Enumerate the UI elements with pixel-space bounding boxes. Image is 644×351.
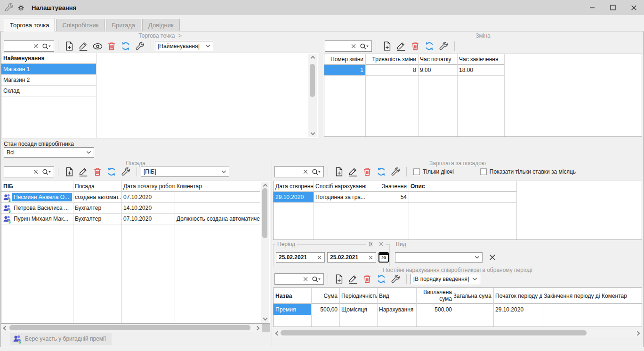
column-header[interactable]: Дата початку роботи	[121, 181, 175, 191]
search-icon[interactable]	[360, 43, 369, 50]
add-record-button[interactable]	[62, 40, 76, 52]
search-icon[interactable]	[312, 168, 321, 176]
scroll-thumb[interactable]	[9, 325, 250, 330]
column-header[interactable]: Найменування	[1, 53, 96, 64]
scroll-thumb[interactable]	[281, 330, 587, 335]
column-header[interactable]: Посада	[73, 181, 121, 191]
minimize-button[interactable]	[582, 0, 603, 15]
tab-dovidnyk[interactable]: Довідник	[142, 19, 180, 31]
table-row[interactable]: 29.10.2020 Погодинна за гра... 54	[274, 192, 516, 203]
scroll-right-button[interactable]	[635, 329, 642, 337]
edit-record-button[interactable]	[394, 40, 408, 52]
accruals-sort-select[interactable]: [В порядку введення]	[411, 274, 480, 284]
column-header[interactable]: Виплачена сума	[416, 288, 454, 303]
state-filter-select[interactable]: Всі	[4, 147, 94, 158]
view-record-button[interactable]	[90, 40, 105, 52]
edit-record-button[interactable]	[76, 40, 90, 52]
column-header[interactable]: Назва	[274, 288, 311, 303]
vyd-clear-button[interactable]	[487, 252, 498, 263]
clear-x-icon[interactable]	[33, 169, 39, 175]
column-header[interactable]: Тривалість зміни	[365, 54, 418, 64]
column-header[interactable]: Загальна сума	[454, 288, 493, 303]
table-row[interactable]: 1 8 9:00 18:00	[324, 65, 504, 76]
trade-filter-select[interactable]: [Найменування]	[155, 41, 213, 51]
period-settings-gear-icon[interactable]	[368, 241, 374, 247]
search-icon[interactable]	[42, 168, 51, 176]
tab-spivrobitnyk[interactable]: Співробітник	[56, 19, 105, 31]
table-row[interactable]: Петрова Василиса ... Бухгалтер 14.10.202…	[1, 203, 260, 214]
scroll-left-button[interactable]	[1, 324, 8, 332]
refresh-button[interactable]	[422, 40, 436, 52]
scroll-up-button[interactable]	[309, 54, 316, 61]
accruals-search-input[interactable]	[274, 273, 324, 285]
column-header[interactable]: Закінчення періоду дії	[542, 288, 600, 303]
column-header[interactable]: Коментар	[175, 181, 260, 191]
table-row[interactable]: Магазин 1	[1, 64, 96, 75]
horizontal-scrollbar[interactable]	[1, 324, 270, 332]
clear-x-icon[interactable]	[33, 43, 39, 49]
edit-record-button[interactable]	[346, 166, 360, 178]
column-header[interactable]: Опис	[409, 181, 516, 191]
column-header[interactable]: Час початку	[418, 54, 457, 64]
scroll-thumb[interactable]	[262, 188, 267, 238]
scroll-thumb[interactable]	[310, 64, 315, 97]
vyd-select[interactable]	[395, 252, 483, 263]
delete-record-button[interactable]	[90, 166, 105, 178]
add-record-button[interactable]	[62, 166, 76, 178]
service-button[interactable]	[119, 166, 133, 178]
refresh-button[interactable]	[119, 40, 133, 52]
table-row[interactable]: Магазин 2	[1, 75, 96, 86]
shift-search-input[interactable]	[325, 40, 372, 52]
service-button[interactable]	[133, 40, 147, 52]
delete-record-button[interactable]	[408, 40, 422, 52]
clear-x-icon[interactable]	[351, 43, 356, 49]
column-header[interactable]: Дата створення	[274, 181, 314, 191]
salary-search-input[interactable]	[274, 166, 324, 177]
delete-record-button[interactable]	[105, 40, 119, 52]
search-icon[interactable]	[312, 276, 321, 283]
service-button[interactable]	[388, 273, 402, 285]
maximize-button[interactable]	[603, 0, 623, 15]
vertical-scrollbar[interactable]	[261, 182, 269, 323]
table-row[interactable]: Премия 500,00 Щомісяця Нарахування 500,0…	[274, 304, 642, 315]
delete-record-button[interactable]	[360, 166, 374, 178]
posada-search-input[interactable]	[4, 166, 54, 177]
column-header[interactable]: Початок періоду дії	[493, 288, 542, 303]
edit-record-button[interactable]	[76, 166, 90, 178]
delete-record-button[interactable]	[360, 273, 374, 285]
search-icon[interactable]	[42, 43, 51, 50]
column-header[interactable]: ПІБ	[1, 181, 73, 191]
scroll-down-button[interactable]	[309, 130, 316, 137]
column-header[interactable]: Вид	[377, 288, 416, 303]
add-record-button[interactable]	[332, 166, 346, 178]
scroll-left-button[interactable]	[273, 329, 281, 337]
clear-x-icon[interactable]	[303, 276, 308, 282]
trade-search-input[interactable]	[4, 40, 54, 52]
column-header[interactable]: Значення	[366, 181, 409, 191]
add-record-button[interactable]	[380, 40, 394, 52]
period-to-date-field[interactable]: 25.02.2021	[327, 252, 376, 263]
table-row[interactable]: Несмиян Анжела О... создана автомат... 0…	[1, 192, 260, 203]
tab-brygada[interactable]: Бригада	[106, 19, 142, 31]
column-header[interactable]: Спосіб нарахування	[314, 181, 366, 191]
column-header[interactable]: Номер зміни	[324, 54, 365, 64]
clear-x-icon[interactable]	[317, 255, 322, 260]
service-button[interactable]	[436, 40, 451, 52]
close-button[interactable]	[623, 0, 644, 15]
posada-filter-select[interactable]: [ПІБ]	[141, 167, 229, 177]
column-header[interactable]: Коментар	[600, 288, 642, 303]
table-row[interactable]: Пурин Михаил Мак... Бухгалтер 07.10.2020…	[1, 214, 260, 224]
active-only-checkbox[interactable]	[413, 168, 420, 175]
period-from-date-field[interactable]: 25.02.2021	[276, 252, 325, 263]
add-record-button[interactable]	[332, 273, 346, 285]
horizontal-scrollbar[interactable]	[273, 329, 642, 337]
column-header[interactable]: Періодичність	[339, 288, 377, 303]
refresh-button[interactable]	[374, 273, 388, 285]
service-button[interactable]	[388, 166, 402, 178]
refresh-button[interactable]	[374, 166, 388, 178]
calendar-button[interactable]: 23	[378, 252, 389, 263]
column-header[interactable]: Сума	[311, 288, 339, 303]
scroll-down-button[interactable]	[261, 315, 269, 323]
vertical-scrollbar[interactable]	[308, 54, 317, 137]
column-header[interactable]: Час закінчення	[457, 54, 504, 64]
